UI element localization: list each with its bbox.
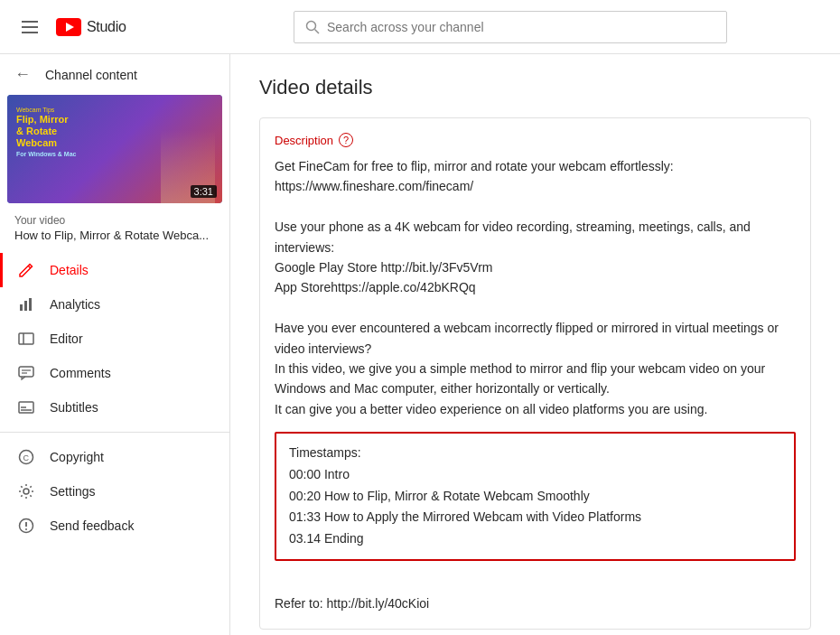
back-arrow-icon: ← — [14, 65, 31, 84]
sidebar-item-settings[interactable]: Settings — [0, 474, 229, 509]
video-info: Your video How to Flip, Mirror & Rotate … — [0, 210, 229, 253]
bar-chart-icon — [17, 296, 35, 313]
timestamp-text: Timestamps: 00:00 Intro 00:20 How to Fli… — [289, 445, 641, 546]
video-duration: 3:31 — [191, 185, 217, 198]
menu-button[interactable] — [14, 14, 45, 41]
svg-line-4 — [28, 266, 31, 268]
content-area: Video details Description ? Get FineCam … — [230, 54, 840, 635]
thumbnail-bg: Webcam Tips Flip, Mirror& RotateWebcam F… — [7, 95, 222, 203]
sidebar-item-analytics-label: Analytics — [50, 297, 100, 312]
sidebar-item-subtitles-label: Subtitles — [50, 400, 98, 415]
search-bar — [294, 11, 727, 43]
search-container — [195, 11, 826, 43]
video-title: How to Flip, Mirror & Rotate Webca... — [14, 229, 215, 242]
sidebar-item-feedback-label: Send feedback — [50, 518, 134, 533]
back-nav[interactable]: ← Channel content — [0, 54, 229, 95]
sidebar-item-details-label: Details — [50, 263, 89, 277]
svg-rect-5 — [20, 304, 23, 311]
svg-rect-6 — [24, 301, 27, 311]
sidebar-item-copyright[interactable]: C Copyright — [0, 440, 229, 474]
sidebar-item-editor[interactable]: Editor — [0, 322, 229, 356]
sidebar-item-analytics[interactable]: Analytics — [0, 287, 229, 322]
sidebar-item-settings-label: Settings — [50, 484, 96, 499]
sidebar-item-details[interactable]: Details — [0, 253, 229, 287]
svg-rect-8 — [19, 333, 33, 344]
logo-container: Studio — [56, 18, 126, 36]
video-label: Your video — [14, 214, 215, 227]
page-title: Video details — [259, 76, 811, 99]
svg-point-21 — [25, 528, 27, 530]
subtitles-icon — [17, 399, 35, 416]
feedback-icon — [17, 518, 35, 534]
header-left: Studio — [14, 14, 195, 41]
video-thumbnail: Webcam Tips Flip, Mirror& RotateWebcam F… — [7, 95, 222, 203]
description-card: Description ? Get FineCam for free to fl… — [259, 117, 811, 630]
description-text[interactable]: Get FineCam for free to flip, mirror and… — [275, 156, 796, 419]
editor-icon — [17, 331, 35, 347]
sidebar-item-subtitles[interactable]: Subtitles — [0, 390, 229, 425]
pencil-icon — [17, 262, 35, 278]
thumbnail-text-overlay: Webcam Tips Flip, Mirror& RotateWebcam F… — [16, 106, 76, 158]
svg-line-3 — [315, 29, 320, 33]
sidebar-item-copyright-label: Copyright — [50, 450, 104, 464]
svg-rect-7 — [29, 298, 32, 311]
app-header: Studio — [0, 0, 840, 54]
search-input[interactable] — [327, 20, 715, 34]
sidebar-item-editor-label: Editor — [50, 332, 83, 346]
back-nav-label: Channel content — [45, 68, 137, 82]
description-label-text: Description — [275, 134, 333, 147]
description-help-icon[interactable]: ? — [339, 133, 353, 147]
timestamp-box: Timestamps: 00:00 Intro 00:20 How to Fli… — [275, 432, 796, 561]
sidebar-item-feedback[interactable]: Send feedback — [0, 509, 229, 543]
search-icon — [305, 20, 320, 34]
settings-icon — [17, 483, 35, 500]
comments-icon — [17, 365, 35, 381]
svg-rect-10 — [19, 367, 33, 377]
sidebar-item-comments[interactable]: Comments — [0, 356, 229, 390]
sidebar-item-comments-label: Comments — [50, 366, 111, 380]
refer-text: Refer to: http://bit.ly/40cKioi — [275, 574, 796, 614]
studio-label: Studio — [87, 19, 126, 35]
sidebar-divider — [0, 432, 229, 433]
svg-point-2 — [307, 21, 316, 30]
svg-point-18 — [23, 489, 29, 494]
svg-text:C: C — [23, 453, 30, 462]
copyright-icon: C — [17, 449, 35, 465]
youtube-logo-icon — [56, 18, 81, 36]
sidebar: ← Channel content Webcam Tips Flip, Mirr… — [0, 54, 230, 635]
main-layout: ← Channel content Webcam Tips Flip, Mirr… — [0, 54, 840, 635]
description-label-row: Description ? — [275, 133, 796, 147]
